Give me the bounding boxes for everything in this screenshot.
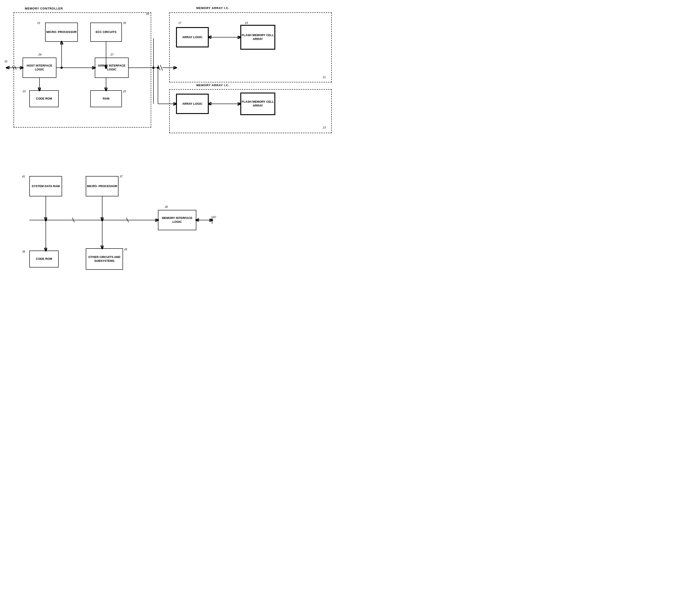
flash-memory-bottom-block: FLASH MEMORY CELL ARRAY [240,93,275,115]
svg-line-35 [72,218,74,222]
svg-point-34 [101,219,103,221]
array-logic-top-block: ARRAY LOGIC [176,27,209,47]
flash-memory-top-block: FLASH MEMORY CELL ARRAY [240,25,275,50]
ref-21: 21 [37,21,40,24]
memory-interface-block: MEMORY INTERFACE LOGIC [158,210,196,230]
ref-37: 37 [120,175,122,178]
svg-line-36 [126,218,129,222]
array-logic-bottom-block: ARRAY LOGIC [176,94,209,114]
svg-point-23 [157,67,159,69]
ram-block: RAM [90,90,122,107]
svg-line-10 [158,65,160,70]
svg-point-33 [45,219,47,221]
svg-point-24 [152,67,155,69]
other-circuits-block: OTHER CIRCUITS AND SUBSYSTEMS [86,248,123,270]
ref-25: 25 [123,90,126,93]
microprocessor-block: MICRO- PROCESSOR [45,22,78,42]
memory-controller-label: MEMORY CONTROLLER [25,7,63,10]
ref-43: 43 [124,248,127,251]
ref-11: 11 [323,76,326,79]
ref-39: 39 [22,250,25,253]
ref-41: 41 [22,175,25,178]
ref-31prime: 31' [213,216,216,219]
ref-13: 13 [323,126,326,129]
ref-15: 15 [245,21,248,24]
diagram-container: MEMORY CONTROLLER 19 MEMORY ARRAY I.C. 1… [0,0,348,308]
memory-array-ic-top-label: MEMORY ARRAY I.C. [196,6,230,10]
ecc-block: ECC CIRCUITS [90,22,122,42]
svg-line-11 [160,65,163,70]
ref-29: 29 [38,53,41,56]
ref-27: 27 [111,53,114,56]
microprocessor2-block: MICRO- PROCESSOR [86,176,118,196]
code-rom-top-block: CODE ROM [29,90,59,107]
array-interface-block: ARRAY INTERFACE LOGIC [95,57,129,78]
code-rom-bottom-block: CODE ROM [29,251,59,267]
ref-23: 23 [22,90,26,93]
ref-19: 19 [146,12,149,16]
host-interface-block: HOST INTERFACE LOGIC [22,57,56,78]
ref-31: 31 [4,60,7,63]
memory-array-ic-bottom-label: MEMORY ARRAY I.C. [196,84,230,87]
ref-17: 17 [178,21,181,24]
ref-33: 33 [123,21,126,24]
system-data-ram-block: SYSTEM DATA RAM [29,176,62,196]
ref-35: 35 [165,205,168,209]
